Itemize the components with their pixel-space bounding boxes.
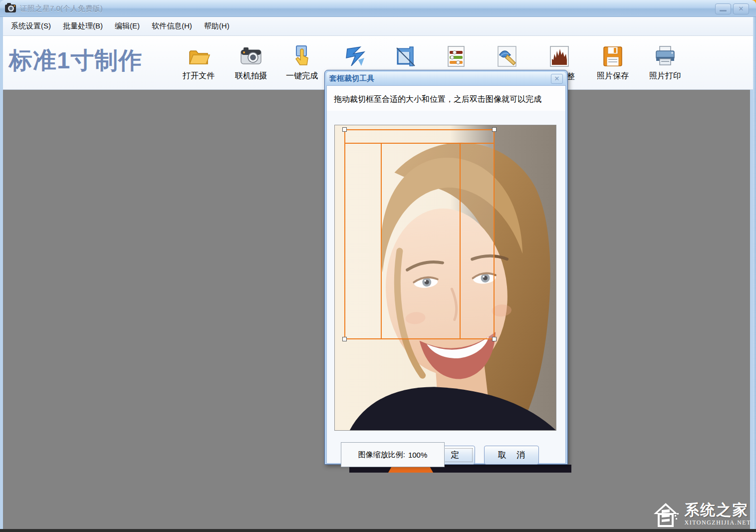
frame-crop-tool-icon bbox=[343, 45, 366, 68]
dialog-title: 套框裁切工具 bbox=[329, 74, 374, 83]
toolbar-label: 联机拍摄 bbox=[228, 71, 274, 81]
histogram-adjust-button[interactable] bbox=[536, 45, 582, 68]
open-file-button[interactable]: 打开文件 bbox=[176, 45, 222, 81]
application-window: 证照之星7.0(个人免费版) ✕ 系统设置(S) 批量处理(B) 编辑(E) 软… bbox=[0, 0, 756, 532]
crop-adjust-button[interactable] bbox=[383, 45, 429, 68]
dialog-instruction: 拖动裁切框至合适的大小和位置，之后双击图像就可以完成 bbox=[327, 86, 565, 111]
house-logo-icon bbox=[653, 501, 682, 527]
beautify-button[interactable] bbox=[484, 45, 530, 68]
histogram-icon bbox=[548, 45, 571, 68]
dialog-close-button[interactable]: ✕ bbox=[551, 74, 563, 84]
folder-icon bbox=[187, 45, 210, 68]
window-right-border bbox=[753, 17, 756, 529]
toolbar-label: 打开文件 bbox=[176, 71, 222, 81]
cancel-button[interactable]: 取 消 bbox=[484, 446, 539, 465]
dialog-body: 拖动裁切框至合适的大小和位置，之后双击图像就可以完成 bbox=[326, 85, 566, 464]
paintbrush-icon bbox=[496, 45, 518, 68]
minimize-button[interactable] bbox=[715, 3, 731, 14]
crop-guide-horizontal bbox=[345, 143, 494, 144]
print-photo-button[interactable]: 照片打印 bbox=[642, 45, 688, 81]
crop-ruler-icon bbox=[395, 45, 418, 68]
crop-guide-vertical-right bbox=[460, 143, 461, 338]
toolbar-label-partial: 整 bbox=[567, 71, 575, 82]
toolbar-label: 照片保存 bbox=[590, 71, 636, 81]
crop-handle-bottom-left[interactable] bbox=[342, 337, 347, 341]
scale-ratio-value: 100% bbox=[408, 451, 427, 459]
camera-app-icon bbox=[5, 3, 16, 13]
save-floppy-icon bbox=[601, 45, 624, 68]
crop-tool-dialog: 套框裁切工具 ✕ 拖动裁切框至合适的大小和位置，之后双击图像就可以完成 bbox=[324, 70, 568, 465]
crop-handle-bottom-right[interactable] bbox=[492, 337, 497, 341]
menu-system-settings[interactable]: 系统设置(S) bbox=[11, 21, 51, 31]
crop-photo-canvas[interactable] bbox=[334, 125, 556, 431]
color-adjust-button[interactable] bbox=[433, 45, 479, 68]
one-click-finish-button[interactable]: 一键完成 bbox=[279, 45, 325, 81]
watermark-site: XITONGZHIJIA.NET bbox=[685, 520, 751, 526]
menu-help[interactable]: 帮助(H) bbox=[204, 21, 230, 31]
crop-box[interactable] bbox=[344, 129, 495, 339]
watermark-title: 系统之家 bbox=[685, 503, 751, 518]
crop-guide-vertical-left bbox=[381, 143, 382, 338]
window-bottom-edge bbox=[0, 529, 756, 532]
frame-crop-tool-button[interactable] bbox=[332, 45, 378, 68]
scale-ratio-label: 图像缩放比例: bbox=[358, 450, 405, 460]
watermark: 系统之家 XITONGZHIJIA.NET bbox=[653, 501, 751, 527]
crop-handle-top-left[interactable] bbox=[342, 127, 347, 132]
dialog-title-bar: 套框裁切工具 ✕ bbox=[326, 72, 566, 85]
toolbar-label: 照片打印 bbox=[642, 71, 688, 81]
printer-icon bbox=[654, 45, 677, 68]
page-title: 标准1寸制作 bbox=[9, 45, 142, 76]
close-button[interactable]: ✕ bbox=[733, 3, 749, 14]
sliders-icon bbox=[445, 45, 468, 68]
title-bar: 证照之星7.0(个人免费版) ✕ bbox=[0, 0, 756, 17]
camera-capture-button[interactable]: 联机拍摄 bbox=[228, 45, 274, 81]
crop-handle-top-right[interactable] bbox=[492, 127, 497, 132]
menu-bar: 系统设置(S) 批量处理(B) 编辑(E) 软件信息(H) 帮助(H) bbox=[3, 17, 753, 36]
toolbar-label: 一键完成 bbox=[279, 71, 325, 81]
hand-click-icon bbox=[290, 45, 313, 68]
scale-ratio-box: 图像缩放比例: 100% bbox=[341, 442, 445, 467]
camera-icon bbox=[240, 45, 262, 68]
menu-software-info[interactable]: 软件信息(H) bbox=[152, 21, 192, 31]
menu-edit[interactable]: 编辑(E) bbox=[115, 21, 140, 31]
menu-batch-process[interactable]: 批量处理(B) bbox=[63, 21, 103, 31]
save-photo-button[interactable]: 照片保存 bbox=[590, 45, 636, 81]
window-title: 证照之星7.0(个人免费版) bbox=[20, 4, 103, 13]
